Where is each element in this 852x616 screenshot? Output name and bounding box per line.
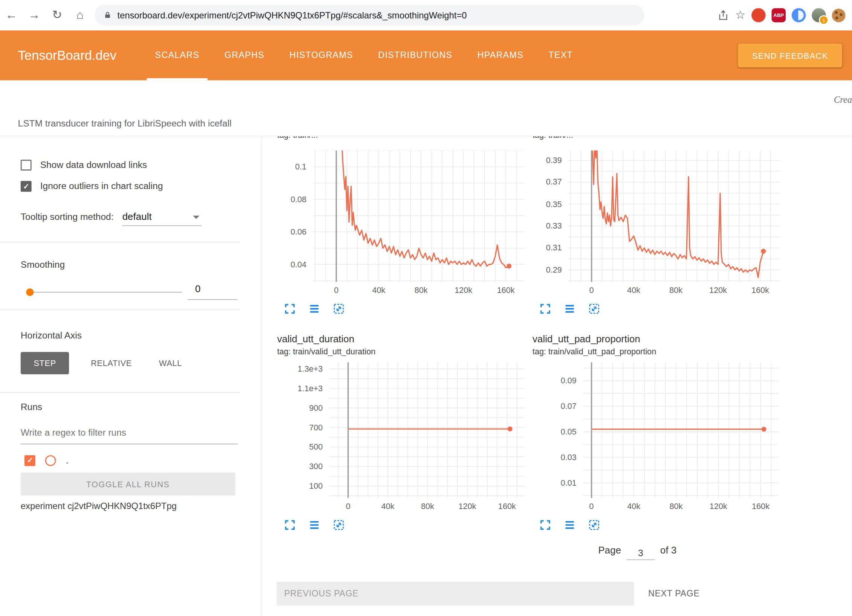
y-axis-tick-label: 0.39 [522,156,562,165]
axis-step-button[interactable]: STEP [21,352,69,374]
chart-toolbar [538,303,777,317]
share-icon[interactable] [717,9,729,21]
y-axis-tick-label: 0.05 [522,427,577,437]
x-axis-tick-label: 40k [371,502,404,511]
x-axis-tick-label: 0 [332,502,365,511]
y-axis-tick-label: 700 [266,422,323,432]
plot-area: 0.040.060.080.1 [266,151,522,282]
runs-filter-input[interactable] [21,424,238,444]
x-axis-tick-label: 80k [405,285,438,294]
settings-sidebar: Show data download links Ignore outliers… [0,136,261,616]
x-axis-tick-label: 80k [660,285,692,294]
chart-plot[interactable] [313,151,525,282]
x-axis-labels: 040k80k120k160k [522,499,777,514]
ignore-outliers-checkbox[interactable] [21,181,32,192]
ignore-outliers-row: Ignore outliers in chart scaling [21,181,163,192]
horizontal-axis-label: Horizontal Axis [21,330,82,341]
fit-domain-icon[interactable] [587,303,601,317]
chart-plot[interactable] [583,362,779,498]
fit-domain-icon[interactable] [331,519,346,533]
next-page-button[interactable]: NEXT PAGE [645,582,703,605]
show-download-links-checkbox[interactable] [21,160,32,171]
y-axis-tick-label: 300 [266,462,323,471]
runs-selector-icon[interactable] [307,303,321,317]
axis-relative-button[interactable]: RELATIVE [86,352,137,374]
tab-graphs[interactable]: GRAPHS [212,30,277,81]
fit-domain-icon[interactable] [587,519,601,533]
y-axis-tick-label: 0.07 [522,401,577,411]
browser-chrome: ← → ↻ ⌂ tensorboard.dev/experiment/cj2vt… [0,0,852,30]
y-axis-tick-label: 0.09 [522,376,577,386]
x-axis-tick-label: 40k [617,502,650,511]
chart-plot[interactable] [568,151,780,282]
x-axis-tick-label: 0 [575,502,608,511]
runs-selector-icon[interactable] [562,519,577,533]
x-axis-labels: 040k80k120k160k [266,283,522,297]
home-icon[interactable]: ⌂ [69,8,92,23]
smoothing-slider-thumb[interactable] [26,288,34,296]
fullscreen-icon[interactable] [538,519,552,533]
tab-text[interactable]: TEXT [536,30,585,81]
cookie-extension-icon[interactable] [832,8,846,22]
tab-histograms[interactable]: HISTOGRAMS [277,30,366,81]
experiment-title: LSTM transducer training for LibriSpeech… [18,118,232,129]
scalars-dashboard: tag: train/...0.040.060.080.1040k80k120k… [262,136,852,616]
previous-page-button[interactable]: PREVIOUS PAGE [276,582,634,605]
profile-avatar[interactable]: 1 [812,8,826,23]
send-feedback-button[interactable]: SEND FEEDBACK [738,43,842,67]
run-color-swatch[interactable] [45,455,56,466]
y-axis-tick-label: 1.1e+3 [266,384,323,393]
address-bar[interactable]: tensorboard.dev/experiment/cj2vtPiwQHKN9… [95,5,644,26]
bookmark-star-icon[interactable]: ☆ [735,9,745,22]
fit-domain-icon[interactable] [331,303,346,317]
x-axis-tick-label: 0 [575,285,608,294]
x-axis-tick-label: 80k [660,502,693,511]
x-axis-tick-label: 80k [411,502,444,511]
x-axis-tick-label: 160k [491,502,524,511]
experiment-band: Crea LSTM transducer training for LibriS… [0,81,852,136]
y-axis-tick-label: 0.08 [266,194,307,204]
x-axis-tick-label: 120k [702,502,735,511]
fullscreen-icon[interactable] [538,303,552,317]
tooltip-sorting-value: default [122,211,152,223]
x-axis-labels: 040k80k120k160k [266,499,522,514]
app-header: TensorBoard.dev SCALARS GRAPHS HISTOGRAM… [0,30,852,81]
ignore-outliers-label: Ignore outliers in chart scaling [40,181,163,192]
tooltip-sorting-label: Tooltip sorting method: [21,212,114,223]
abp-extension-icon[interactable]: ABP [771,8,786,23]
x-axis-tick-label: 160k [744,502,777,511]
y-axis-tick-label: 900 [266,403,323,413]
forward-icon[interactable]: → [23,8,46,23]
run-checkbox[interactable] [24,455,35,466]
tab-scalars[interactable]: SCALARS [143,30,212,81]
y-axis-tick-label: 0.37 [522,177,562,187]
smoothing-value-field[interactable]: 0 [188,284,238,300]
nav-tabs: SCALARS GRAPHS HISTOGRAMS DISTRIBUTIONS … [143,30,586,81]
x-axis-tick-label: 40k [362,285,395,294]
chart-plot[interactable] [329,362,525,498]
reload-icon[interactable]: ↻ [46,8,69,23]
page-number-input[interactable] [626,547,655,560]
axis-wall-button[interactable]: WALL [154,352,188,374]
runs-selector-icon[interactable] [562,303,577,317]
fullscreen-icon[interactable] [282,519,297,533]
page-of-label: of 3 [660,545,676,556]
y-axis-tick-label: 0.31 [522,243,562,253]
chart-toolbar [282,519,522,533]
fullscreen-icon[interactable] [282,303,297,317]
toggle-all-runs-button[interactable]: TOGGLE ALL RUNS [21,473,235,496]
tab-distributions[interactable]: DISTRIBUTIONS [366,30,465,81]
y-axis-tick-label: 0.35 [522,199,562,209]
adblock-extension-icon[interactable] [751,8,766,23]
chart-tag: tag: train/valid_utt_pad_proportion [533,346,777,357]
tab-hparams[interactable]: HPARAMS [465,30,536,81]
y-axis-tick-label: 0.06 [266,227,307,237]
x-axis-tick-label: 120k [702,285,734,294]
runs-selector-icon[interactable] [307,519,321,533]
blue-extension-icon[interactable] [792,8,806,23]
tooltip-sorting-select[interactable]: default [122,211,202,226]
back-icon[interactable]: ← [0,8,23,23]
smoothing-slider[interactable] [30,292,182,293]
divider [0,310,240,310]
page-label: Page [598,545,621,556]
